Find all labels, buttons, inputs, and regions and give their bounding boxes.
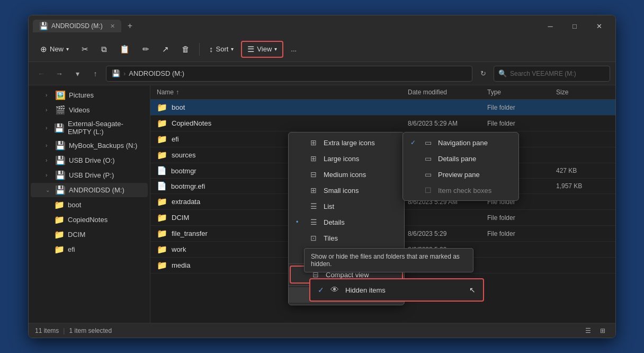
forward-button[interactable]: → xyxy=(52,66,67,81)
new-tab-button[interactable]: + xyxy=(124,20,136,32)
close-button[interactable]: ✕ xyxy=(587,17,611,34)
sidebar-item-videos[interactable]: › 🎬 Videos xyxy=(31,103,148,117)
folder-icon: 📁 xyxy=(157,244,167,254)
file-row[interactable]: 📁file_transfer 8/6/2023 5:29 File folder xyxy=(150,226,615,242)
file-row[interactable]: 📁DCIM File folder xyxy=(150,210,615,226)
sidebar-item-dcim[interactable]: 📁 DCIM xyxy=(31,227,148,242)
file-size: 1,957 KB xyxy=(556,182,609,190)
refresh-button[interactable]: ↻ xyxy=(476,66,490,81)
file-row[interactable]: 📄bootmgr 8/6/2023 5:29 AM File 427 KB xyxy=(150,163,615,179)
file-row[interactable]: 📄bootmgr.efi 8/6/2023 5:29 AM EFI File 1… xyxy=(150,179,615,194)
item-selected: 1 item selected xyxy=(69,327,112,334)
drive-icon: 💾 xyxy=(55,185,66,195)
folder-icon: 📁 xyxy=(157,102,167,112)
file-row[interactable]: 📁extradata 8/6/2023 5:29 AM File folder xyxy=(150,194,615,210)
sidebar: › 🖼️ Pictures › 🎬 Videos › 💾 External-Se… xyxy=(29,85,150,323)
file-date: 8/6/2023 5:29 AM xyxy=(408,198,487,206)
col-name-label: Name xyxy=(157,89,174,96)
details-view-toggle[interactable]: ☰ xyxy=(582,324,594,337)
folder-icon: 📁 xyxy=(157,150,167,160)
more-button[interactable]: ... xyxy=(285,42,302,56)
window-controls: ─ □ ✕ xyxy=(538,17,611,34)
toolbar-separator xyxy=(199,43,200,56)
sidebar-item-copiednotes[interactable]: 📁 CopiedNotes xyxy=(31,213,148,227)
search-box[interactable]: 🔍 Search VEEAMRE (M:) xyxy=(494,66,610,82)
sidebar-item-boot[interactable]: 📁 boot xyxy=(31,198,148,212)
sidebar-item-efi[interactable]: 📁 efi xyxy=(31,242,148,257)
sidebar-item-label: Pictures xyxy=(69,91,94,99)
file-size: 427 KB xyxy=(556,167,609,174)
filelist-header: Name ↑ Date modified Type Size xyxy=(150,85,615,100)
sidebar-item-seagate[interactable]: › 💾 External-Seagate-EMPTY (L:) xyxy=(31,118,148,138)
file-row[interactable]: 📁efi 8/6/2023 5:29 PM File folder xyxy=(150,131,615,147)
chevron-down-icon: ⌄ xyxy=(46,187,52,193)
paste-button[interactable]: 📋 xyxy=(114,42,135,57)
file-row[interactable]: 📁media 8/6/2023 5:29 xyxy=(150,258,615,273)
folder-icon: 📁 xyxy=(54,230,65,240)
col-date-header[interactable]: Date modified xyxy=(408,89,487,96)
delete-button[interactable]: 🗑 xyxy=(176,42,195,56)
recent-button[interactable]: ▾ xyxy=(70,66,85,81)
col-type-header[interactable]: Type xyxy=(487,89,556,96)
folder-icon: 📁 xyxy=(157,213,167,223)
file-row[interactable]: 📁work 8/6/2023 5:29 xyxy=(150,242,615,258)
titlebar: 💾 ANDROIDSD (M:) ✕ + ─ □ ✕ xyxy=(29,15,615,37)
up-button[interactable]: ↑ xyxy=(88,66,103,81)
back-button[interactable]: ← xyxy=(34,66,49,81)
tab-title: ANDROIDSD (M:) xyxy=(51,22,103,30)
filelist: Name ↑ Date modified Type Size 📁boot Fil… xyxy=(150,85,615,323)
sidebar-item-androidsd[interactable]: ⌄ 💾 ANDROIDSD (M:) xyxy=(31,183,148,197)
file-type: EFI File xyxy=(487,182,556,190)
plus-icon: ⊕ xyxy=(40,45,47,54)
new-button[interactable]: ⊕ New ▾ xyxy=(35,42,74,57)
sort-arrow-icon: ↑ xyxy=(176,89,179,96)
copy-icon: ⧉ xyxy=(101,45,107,54)
close-tab-button[interactable]: ✕ xyxy=(110,23,115,30)
file-type: File folder xyxy=(487,136,556,143)
view-button[interactable]: ☰ View ▾ xyxy=(242,42,282,57)
sidebar-item-pictures[interactable]: › 🖼️ Pictures xyxy=(31,88,148,102)
sidebar-item-label: ANDROIDSD (M:) xyxy=(69,186,124,194)
file-date: 8/6/2023 5:29 AM xyxy=(408,167,487,174)
window-tab[interactable]: 💾 ANDROIDSD (M:) ✕ xyxy=(33,20,121,32)
file-name: work xyxy=(172,245,186,253)
sidebar-item-label: DCIM xyxy=(68,231,85,239)
file-date: 8/6/2023 5:29 AM xyxy=(408,182,487,190)
file-row[interactable]: 📁sources 8/6/2023 5:29 PM File folder xyxy=(150,147,615,163)
col-size-header[interactable]: Size xyxy=(556,89,609,96)
share-icon: ↗ xyxy=(162,45,169,54)
sidebar-item-mybook[interactable]: › 💾 MyBook_Backups (N:) xyxy=(31,138,148,153)
chevron-right-icon: › xyxy=(46,157,52,163)
minimize-button[interactable]: ─ xyxy=(538,17,562,34)
folder-icon: 📁 xyxy=(54,244,65,254)
rename-button[interactable]: ✏ xyxy=(137,42,155,57)
file-row[interactable]: 📁boot File folder xyxy=(150,100,615,116)
col-name-header[interactable]: Name ↑ xyxy=(157,89,408,96)
sidebar-item-label: MyBook_Backups (N:) xyxy=(69,142,137,149)
address-path[interactable]: 💾 › ANDROIDSD (M:) xyxy=(106,66,472,82)
share-button[interactable]: ↗ xyxy=(157,42,174,57)
sort-button[interactable]: ↕ Sort ▾ xyxy=(204,42,239,56)
sidebar-item-usb-o[interactable]: › 💾 USB Drive (O:) xyxy=(31,153,148,167)
folder-icon: 📁 xyxy=(157,228,167,239)
cut-button[interactable]: ✂ xyxy=(76,42,94,57)
copy-button[interactable]: ⧉ xyxy=(96,42,112,57)
addressbar: ← → ▾ ↑ 💾 › ANDROIDSD (M:) ↻ 🔍 Search VE… xyxy=(29,62,615,85)
explorer-window: 💾 ANDROIDSD (M:) ✕ + ─ □ ✕ ⊕ New ▾ ✂ ⧉ 📋… xyxy=(28,15,616,338)
path-sep: › xyxy=(123,69,126,77)
maximize-button[interactable]: □ xyxy=(562,17,587,34)
sort-icon: ↕ xyxy=(209,45,213,54)
sidebar-item-label: Videos xyxy=(69,106,90,114)
drive-icon: 💾 xyxy=(39,22,48,30)
folder-icon: 📁 xyxy=(157,134,167,144)
file-name: bootmgr xyxy=(171,167,196,175)
delete-icon: 🗑 xyxy=(182,45,190,54)
file-name: CopiedNotes xyxy=(172,119,211,127)
drive-icon: 💾 xyxy=(54,123,65,133)
folder-icon: 🎬 xyxy=(55,105,66,115)
sidebar-item-usb-p[interactable]: › 💾 USB Drive (P:) xyxy=(31,168,148,182)
file-name: bootmgr.efi xyxy=(171,182,205,190)
large-view-toggle[interactable]: ⊞ xyxy=(596,324,609,337)
file-date: 8/6/2023 5:29 xyxy=(408,230,487,237)
file-row[interactable]: 📁CopiedNotes 8/6/2023 5:29 AM File folde… xyxy=(150,116,615,131)
